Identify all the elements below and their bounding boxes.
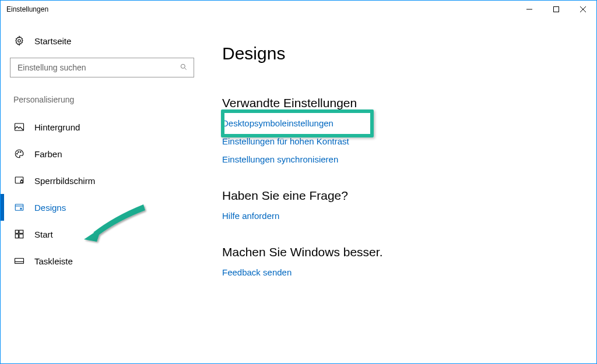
sidebar-item-label: Farben: [34, 149, 62, 159]
maximize-button[interactable]: [543, 1, 570, 18]
sidebar-home-label: Startseite: [34, 36, 71, 46]
svg-rect-16: [15, 234, 18, 238]
section-heading: Machen Sie Windows besser.: [222, 245, 582, 259]
picture-icon: [13, 122, 25, 132]
svg-rect-15: [19, 230, 23, 233]
sidebar-group-label: Personalisierung: [10, 95, 189, 109]
svg-point-10: [20, 151, 22, 153]
search-input[interactable]: [10, 58, 194, 77]
link-hoher-kontrast[interactable]: Einstellungen für hohen Kontrast: [222, 136, 582, 146]
main-content: Designs Verwandte Einstellungen Desktops…: [199, 18, 596, 363]
sidebar-item-taskleiste[interactable]: Taskleiste: [10, 248, 189, 274]
sidebar-item-hintergrund[interactable]: Hintergrund: [10, 114, 189, 140]
gear-icon: [13, 36, 25, 46]
svg-rect-18: [15, 259, 24, 264]
start-icon: [13, 229, 25, 239]
svg-point-9: [18, 151, 19, 153]
section-heading: Verwandte Einstellungen: [222, 96, 582, 110]
themes-icon: [13, 202, 25, 213]
window-title: Einstellungen: [6, 5, 48, 13]
svg-rect-14: [15, 230, 18, 233]
search-icon: [180, 63, 188, 73]
sidebar-item-designs[interactable]: Designs: [10, 194, 189, 221]
link-desktopsymboleinstellungen[interactable]: Desktopsymboleinstellungen: [222, 118, 582, 128]
sidebar-item-sperrbildschirm[interactable]: Sperrbildschirm: [10, 167, 189, 194]
close-button[interactable]: [570, 1, 596, 18]
svg-point-8: [17, 153, 18, 154]
svg-point-5: [181, 64, 185, 68]
svg-point-4: [18, 40, 21, 43]
link-feedback-senden[interactable]: Feedback senden: [222, 267, 582, 277]
svg-rect-12: [20, 181, 23, 183]
svg-rect-17: [19, 234, 23, 238]
link-synchronisieren[interactable]: Einstellungen synchronisieren: [222, 154, 582, 164]
taskbar-icon: [13, 256, 25, 266]
sidebar-nav: Hintergrund Farben Sperrbildschirm: [10, 114, 189, 274]
sidebar-item-label: Sperrbildschirm: [34, 176, 95, 186]
sidebar-home[interactable]: Startseite: [10, 30, 189, 54]
page-title: Designs: [222, 44, 582, 63]
titlebar: Einstellungen: [1, 1, 596, 18]
section-heading: Haben Sie eine Frage?: [222, 189, 582, 203]
search-field[interactable]: [16, 62, 180, 73]
lockscreen-icon: [13, 175, 25, 186]
link-hilfe-anfordern[interactable]: Hilfe anfordern: [222, 211, 582, 221]
sidebar: Startseite Personalisierung Hintergrund: [1, 18, 199, 363]
svg-line-6: [185, 68, 187, 69]
sidebar-item-label: Hintergrund: [34, 122, 80, 132]
sidebar-item-label: Taskleiste: [34, 256, 73, 266]
minimize-button[interactable]: [516, 1, 543, 18]
settings-window: Einstellungen Startseite: [0, 0, 597, 364]
sidebar-item-farben[interactable]: Farben: [10, 140, 189, 167]
sidebar-item-label: Start: [34, 229, 53, 239]
sidebar-item-start[interactable]: Start: [10, 221, 189, 248]
svg-rect-13: [15, 204, 23, 211]
sidebar-item-label: Designs: [34, 203, 66, 213]
palette-icon: [13, 149, 25, 159]
svg-rect-1: [554, 7, 559, 12]
